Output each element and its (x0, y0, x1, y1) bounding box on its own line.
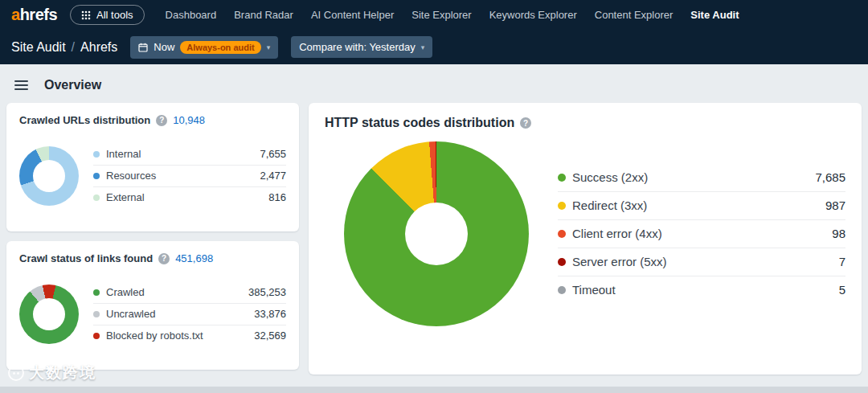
legend-dot (558, 286, 566, 294)
legend-value: 5 (839, 283, 845, 297)
legend-row-external[interactable]: External 816 (93, 187, 286, 208)
breadcrumb-separator: / (72, 40, 75, 55)
legend-row-redirect[interactable]: Redirect (3xx) 987 (558, 192, 845, 220)
always-on-audit-badge: Always-on audit (180, 41, 260, 54)
watermark-text: 大数跨境 (29, 362, 96, 383)
crawl-status-title-row: Crawl status of links found ? 451,698 (19, 252, 286, 264)
question-circle-icon[interactable]: ? (520, 117, 531, 129)
compare-with-selector[interactable]: Compare with: Yesterday ▾ (291, 36, 432, 58)
top-navigation: ahrefs All tools Dashboard Brand Radar A… (0, 0, 868, 30)
legend-row-success[interactable]: Success (2xx) 7,685 (558, 164, 845, 192)
legend-row-resources[interactable]: Resources 2,477 (93, 166, 286, 187)
main-nav: Dashboard Brand Radar AI Content Helper … (166, 9, 739, 21)
legend-value: 987 (825, 199, 845, 212)
legend-label: Server error (5xx) (572, 255, 667, 268)
compare-label: Compare with: Yesterday (299, 41, 416, 53)
http-status-chart-row: Success (2xx) 7,685 Redirect (3xx) 987 C… (325, 141, 845, 326)
nav-item-keywords-explorer[interactable]: Keywords Explorer (489, 9, 577, 21)
legend-row-client-error[interactable]: Client error (4xx) 98 (558, 220, 845, 248)
legend-dot (558, 230, 566, 238)
all-tools-button[interactable]: All tools (70, 5, 145, 25)
legend-dot (558, 174, 566, 182)
legend-dot (93, 194, 100, 201)
page-header: Overview (0, 64, 868, 103)
grid-icon (81, 10, 91, 20)
legend-dot (93, 333, 100, 339)
legend-label: Blocked by robots.txt (106, 330, 203, 342)
legend-row-server-error[interactable]: Server error (5xx) 7 (558, 248, 845, 276)
legend-row-timeout[interactable]: Timeout 5 (558, 276, 845, 304)
logo-rest: hrefs (20, 6, 57, 23)
legend-label: Internal (106, 148, 141, 160)
legend-value: 816 (268, 191, 286, 203)
all-tools-label: All tools (96, 9, 133, 21)
nav-item-content-explorer[interactable]: Content Explorer (595, 9, 674, 21)
calendar-icon (138, 43, 148, 52)
legend-value: 2,477 (260, 170, 286, 182)
legend-row-uncrawled[interactable]: Uncrawled 33,876 (93, 304, 286, 325)
horizontal-scrollbar[interactable] (0, 387, 868, 393)
http-status-legend: Success (2xx) 7,685 Redirect (3xx) 987 C… (558, 164, 845, 304)
nav-item-ai-content-helper[interactable]: AI Content Helper (311, 9, 394, 21)
crawled-urls-title-row: Crawled URLs distribution ? 10,948 (19, 114, 286, 126)
legend-label: Success (2xx) (572, 170, 648, 184)
legend-dot (93, 173, 100, 179)
legend-value: 7,685 (815, 170, 845, 184)
legend-dot (93, 151, 100, 158)
breadcrumb-project[interactable]: Ahrefs (80, 40, 117, 55)
legend-label: Uncrawled (106, 308, 155, 320)
legend-row-internal[interactable]: Internal 7,655 (93, 144, 286, 166)
legend-value: 385,253 (248, 286, 286, 298)
legend-dot (558, 202, 566, 210)
chevron-down-icon: ▾ (421, 43, 425, 51)
legend-value: 32,569 (254, 330, 286, 342)
crawl-status-donut-chart[interactable] (19, 285, 79, 344)
crawled-urls-total-link[interactable]: 10,948 (173, 114, 205, 126)
logo-prefix: a (11, 6, 20, 23)
crawled-urls-card: Crawled URLs distribution ? 10,948 Inter… (6, 103, 299, 231)
legend-dot (93, 289, 100, 296)
crawl-status-chart-row: Crawled 385,253 Uncrawled 33,876 Blocked… (19, 282, 286, 346)
legend-dot (558, 258, 566, 266)
question-circle-icon[interactable]: ? (156, 115, 167, 126)
card-title: Crawl status of links found (19, 252, 153, 264)
nav-item-dashboard[interactable]: Dashboard (166, 9, 217, 21)
breadcrumb-section[interactable]: Site Audit (11, 40, 66, 55)
nav-item-site-explorer[interactable]: Site Explorer (411, 9, 471, 21)
dashboard-cards: Crawled URLs distribution ? 10,948 Inter… (0, 103, 868, 375)
question-circle-icon[interactable]: ? (158, 253, 170, 264)
legend-label: External (106, 191, 145, 203)
card-title: HTTP status codes distribution (325, 116, 514, 130)
http-status-card: HTTP status codes distribution ? Success… (309, 103, 862, 375)
audit-date-selector[interactable]: Now Always-on audit ▾ (130, 36, 278, 59)
legend-label: Client error (4xx) (572, 227, 662, 240)
crawl-status-card: Crawl status of links found ? 451,698 Cr… (6, 241, 299, 370)
nav-item-brand-radar[interactable]: Brand Radar (234, 9, 293, 21)
legend-row-crawled[interactable]: Crawled 385,253 (93, 282, 286, 304)
page-title: Overview (44, 78, 101, 92)
breadcrumb: Site Audit / Ahrefs (11, 40, 117, 55)
nav-item-site-audit[interactable]: Site Audit (690, 9, 739, 21)
legend-value: 7 (839, 255, 845, 268)
http-status-donut-chart[interactable] (344, 141, 529, 326)
http-status-title-row: HTTP status codes distribution ? (325, 116, 845, 130)
legend-label: Resources (106, 170, 156, 182)
ahrefs-logo[interactable]: ahrefs (11, 6, 57, 24)
legend-value: 33,876 (254, 308, 286, 320)
card-title: Crawled URLs distribution (19, 114, 150, 126)
legend-row-blocked[interactable]: Blocked by robots.txt 32,569 (93, 325, 286, 346)
watermark: 大数跨境 (8, 362, 96, 383)
crawled-urls-chart-row: Internal 7,655 Resources 2,477 External … (19, 144, 286, 208)
legend-value: 98 (832, 227, 845, 240)
chevron-down-icon: ▾ (267, 43, 271, 51)
legend-label: Redirect (3xx) (572, 199, 647, 212)
crawl-status-total-link[interactable]: 451,698 (175, 252, 213, 264)
sub-navigation: Site Audit / Ahrefs Now Always-on audit … (0, 30, 868, 64)
legend-dot (93, 311, 100, 317)
crawled-urls-donut-chart[interactable] (19, 146, 79, 206)
legend-value: 7,655 (260, 148, 286, 160)
legend-label: Crawled (106, 286, 145, 298)
crawled-urls-legend: Internal 7,655 Resources 2,477 External … (93, 144, 286, 208)
menu-icon[interactable] (14, 80, 28, 90)
legend-label: Timeout (572, 283, 616, 297)
